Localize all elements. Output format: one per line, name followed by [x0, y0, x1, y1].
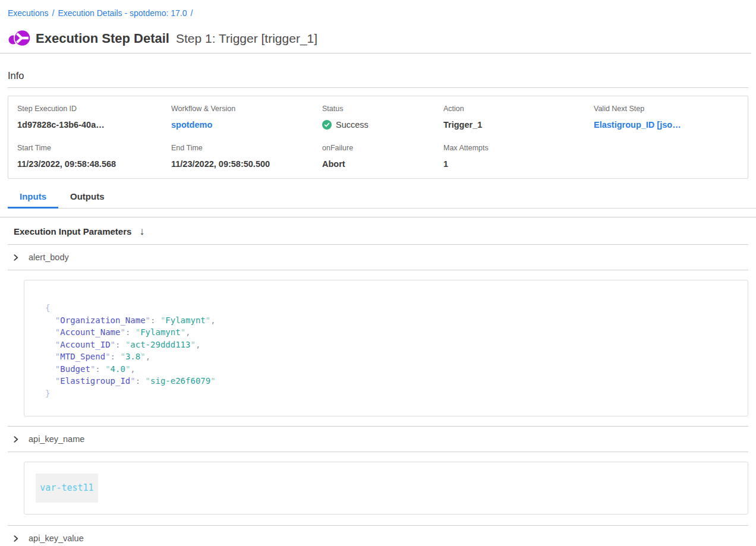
json-code-block: { "Organization_Name": "Fylamynt", "Acco…	[24, 280, 748, 399]
status-text: Success	[336, 119, 368, 130]
execution-step-detail-page: Executions/Execution Details - spotdemo:…	[0, 0, 756, 546]
breadcrumb-separator: /	[191, 8, 193, 18]
breadcrumb-link[interactable]: Execution Details - spotdemo: 17.0	[58, 8, 187, 18]
info-field-value: 11/23/2022, 09:58:50.500	[171, 159, 322, 169]
info-field	[594, 144, 748, 183]
breadcrumb: Executions/Execution Details - spotdemo:…	[0, 0, 756, 18]
tab-outputs[interactable]: Outputs	[58, 188, 116, 209]
info-field: ActionTrigger_1	[443, 105, 594, 144]
divider	[8, 452, 748, 452]
page-header: Execution Step Detail Step 1: Trigger [t…	[8, 27, 748, 50]
info-field: End Time11/23/2022, 09:58:50.500	[171, 144, 322, 183]
info-field-label: Max Attempts	[443, 144, 594, 153]
param-label: alert_body	[29, 253, 69, 262]
execution-input-parameters-header[interactable]: Execution Input Parameters ↓	[8, 217, 748, 244]
info-field-label: Workflow & Version	[171, 105, 322, 113]
breadcrumb-link[interactable]: Executions	[8, 8, 48, 18]
divider	[8, 270, 748, 270]
tab-bar: InputsOutputs	[8, 188, 756, 209]
param-label: api_key_value	[29, 534, 84, 543]
info-field: Start Time11/23/2022, 09:58:48.568	[17, 144, 171, 183]
api-key-name-value: var-test11	[36, 474, 98, 503]
info-field-label: Status	[322, 105, 443, 113]
chevron-right-icon[interactable]	[12, 535, 20, 542]
info-field: Workflow & Versionspotdemo	[171, 105, 322, 144]
info-field-value: Success	[322, 119, 443, 130]
chevron-right-icon[interactable]	[12, 435, 20, 443]
param-row-api-key-value[interactable]: api_key_value	[8, 526, 748, 546]
chevron-right-icon[interactable]	[12, 254, 20, 261]
info-field-label: Start Time	[17, 144, 171, 153]
param-row-alert-body[interactable]: alert_body	[8, 245, 748, 270]
info-card: Step Execution ID1d97828c-13b6-40a…Workf…	[8, 96, 748, 179]
info-field-label: Step Execution ID	[17, 105, 171, 113]
info-field-label: Action	[443, 105, 594, 113]
info-field-label: Valid Next Step	[594, 105, 748, 113]
api-key-name-value-box: var-test11	[24, 462, 748, 515]
info-field-value: Abort	[322, 159, 443, 169]
check-circle-icon	[322, 120, 332, 130]
info-field-value: 1	[443, 159, 594, 169]
page-title: Execution Step Detail	[36, 31, 169, 46]
info-field: StatusSuccess	[322, 105, 443, 144]
info-field-value: Trigger_1	[443, 119, 594, 130]
info-field-label: onFailure	[322, 144, 443, 153]
tab-inputs[interactable]: Inputs	[8, 188, 58, 209]
info-heading: Info	[8, 70, 748, 81]
info-field-value: 11/23/2022, 09:58:48.568	[17, 159, 171, 169]
header-divider	[0, 53, 751, 53]
breadcrumb-separator: /	[52, 8, 54, 18]
info-divider	[8, 87, 748, 88]
info-field-value-link[interactable]: spotdemo	[171, 119, 322, 130]
info-field: onFailureAbort	[322, 144, 443, 183]
param-row-api-key-name[interactable]: api_key_name	[8, 427, 748, 452]
info-field-value-link[interactable]: Elastigroup_ID [jso…	[594, 119, 748, 130]
alert-body-value-box: { "Organization_Name": "Fylamynt", "Acco…	[24, 280, 748, 416]
info-field: Max Attempts1	[443, 144, 594, 183]
page-subtitle: Step 1: Trigger [trigger_1]	[176, 31, 317, 46]
param-label: api_key_name	[29, 434, 84, 444]
arrow-down-icon[interactable]: ↓	[139, 226, 144, 236]
params-heading: Execution Input Parameters	[14, 226, 131, 236]
workflow-brand-icon	[8, 29, 30, 49]
info-field: Step Execution ID1d97828c-13b6-40a…	[17, 105, 171, 144]
info-field-value: 1d97828c-13b6-40a…	[17, 119, 171, 130]
info-field: Valid Next StepElastigroup_ID [jso…	[594, 105, 748, 144]
info-field-label: End Time	[171, 144, 322, 153]
